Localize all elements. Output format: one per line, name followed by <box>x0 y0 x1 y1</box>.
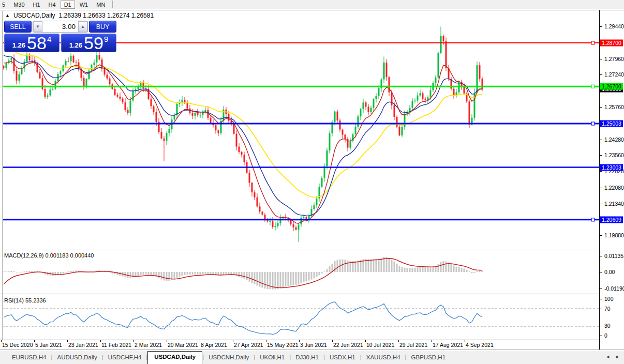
macd-bar <box>267 272 269 289</box>
candle-body <box>42 78 43 89</box>
time-tick <box>100 340 101 342</box>
hline-handle <box>591 41 595 44</box>
macd-bar <box>24 271 25 272</box>
macd-bar <box>169 272 170 281</box>
candle-body <box>117 95 118 97</box>
candle-body <box>44 89 46 97</box>
macd-bar <box>347 261 349 272</box>
chart-tab-xauusd-h4[interactable]: XAUUSD,H4 <box>362 352 405 364</box>
time-tick-label: 27 Apr 2021 <box>234 342 263 348</box>
sell-price-display[interactable]: 1.26 58 4 <box>4 34 60 52</box>
macd-bar <box>195 272 196 275</box>
macd-bar <box>370 260 372 272</box>
chart-tab-usdx-h1[interactable]: USDX,H1 <box>325 352 360 364</box>
chart-tab-gbpusd-h1[interactable]: GBPUSD,H1 <box>407 352 450 364</box>
axis-tick <box>600 289 602 289</box>
candle-body <box>52 89 54 90</box>
chart-marker-icon: ▲ <box>5 12 10 19</box>
chart-tab-usdcnh-daily[interactable]: USDCNH,Daily <box>204 352 254 364</box>
axis-tick <box>600 272 602 272</box>
candle-body <box>425 99 426 100</box>
candle-body <box>161 132 162 139</box>
timeframe-button-d1[interactable]: D1 <box>61 1 75 9</box>
candle-body <box>244 155 245 162</box>
macd-bar <box>70 271 72 272</box>
chart-tab-audusd-daily[interactable]: AUDUSD,Daily <box>52 352 101 364</box>
rsi-indicator-pane[interactable] <box>0 295 599 340</box>
macd-bar <box>430 267 432 272</box>
candle-body <box>76 63 77 63</box>
candle-body <box>290 220 292 224</box>
candle-body <box>73 56 75 63</box>
macd-bar <box>174 272 175 279</box>
timeframe-button-h4[interactable]: H4 <box>45 1 60 9</box>
volume-increase-button[interactable]: ▲ <box>78 21 87 32</box>
candle-body <box>218 130 219 133</box>
sell-price-sup: 4 <box>47 35 51 43</box>
macd-bar <box>298 272 300 284</box>
candle-body <box>277 223 279 226</box>
candle-body <box>223 110 225 121</box>
macd-bar <box>440 262 442 272</box>
buy-button[interactable]: BUY <box>89 21 116 33</box>
timeframe-button-mn[interactable]: MN <box>93 1 109 9</box>
sell-button[interactable]: SELL <box>4 21 32 33</box>
macd-bar <box>6 271 7 272</box>
candle-body <box>345 135 346 139</box>
axis-tick <box>600 26 602 27</box>
candle-body <box>125 102 126 110</box>
candle-body <box>32 60 33 60</box>
chart-tab-dj30-h1[interactable]: DJ30,H1 <box>291 352 323 364</box>
timeframe-button-m30[interactable]: M30 <box>10 1 28 9</box>
buy-price-display[interactable]: 1.26 59 9 <box>61 34 116 52</box>
time-tick-label: 3 Jun 2021 <box>300 342 327 348</box>
macd-bar <box>16 272 18 272</box>
candle-body <box>422 93 424 99</box>
macd-bar <box>140 272 142 275</box>
time-axis[interactable]: 15 Dec 20205 Jan 202123 Jan 202111 Feb 2… <box>0 340 599 350</box>
volume-input[interactable] <box>42 21 78 32</box>
axis-tick-label: 1.25760 <box>604 104 624 110</box>
timeframe-button-h1[interactable]: H1 <box>29 1 44 9</box>
candle-body <box>399 127 400 135</box>
price-level-badge: 1.28700 <box>600 40 623 47</box>
chart-tab-bar: EURUSD,H4|AUDUSD,Daily|USDCHF,H4|USDCAD,… <box>0 350 624 364</box>
time-tick-label: 23 Jan 2021 <box>68 342 98 348</box>
candle-body <box>469 101 470 125</box>
candle-body <box>254 192 256 198</box>
axis-tick <box>600 256 602 256</box>
time-tick <box>233 340 233 342</box>
volume-decrease-button[interactable]: ▼ <box>33 21 42 32</box>
axis-tick-label: 1.24280 <box>604 136 624 143</box>
macd-bar <box>311 272 313 280</box>
chart-tab-ukoil-h1[interactable]: UKOil,H1 <box>255 352 289 364</box>
toolbar-divider <box>112 1 113 8</box>
candle-body <box>435 78 437 83</box>
macd-bar <box>176 272 178 278</box>
chart-tab-eurusd-h4[interactable]: EURUSD,H4 <box>7 352 51 364</box>
macd-bar <box>192 272 194 275</box>
macd-bar <box>55 272 56 276</box>
candle-body <box>298 224 300 230</box>
macd-bar <box>373 260 375 272</box>
timeframe-button-w1[interactable]: W1 <box>76 1 92 9</box>
candle-body <box>389 77 390 92</box>
macd-bar <box>8 271 10 272</box>
chart-tab-usdchf-h4[interactable]: USDCHF,H4 <box>103 352 146 364</box>
candle-body <box>445 41 447 68</box>
candle-body <box>19 74 20 81</box>
candle-body <box>342 130 344 135</box>
chart-tab-usdcad-daily[interactable]: USDCAD,Daily <box>147 351 202 364</box>
price-axis[interactable]: 1.294401.279601.272401.257601.242801.235… <box>599 10 624 350</box>
candle-body <box>104 69 106 74</box>
candle-body <box>270 221 271 222</box>
timeframe-button-5[interactable]: 5 <box>0 1 9 9</box>
tabs-scroll-right-icon[interactable]: ► <box>615 354 620 359</box>
macd-bar <box>68 271 69 272</box>
macd-bar <box>420 267 421 272</box>
candle-body <box>151 99 152 107</box>
macd-bar <box>404 268 406 272</box>
tabs-scroll-left-icon[interactable]: ◄ <box>605 354 610 359</box>
timeframe-toolbar: 5M30H1H4D1W1MN <box>0 0 624 9</box>
candle-body <box>65 61 67 66</box>
